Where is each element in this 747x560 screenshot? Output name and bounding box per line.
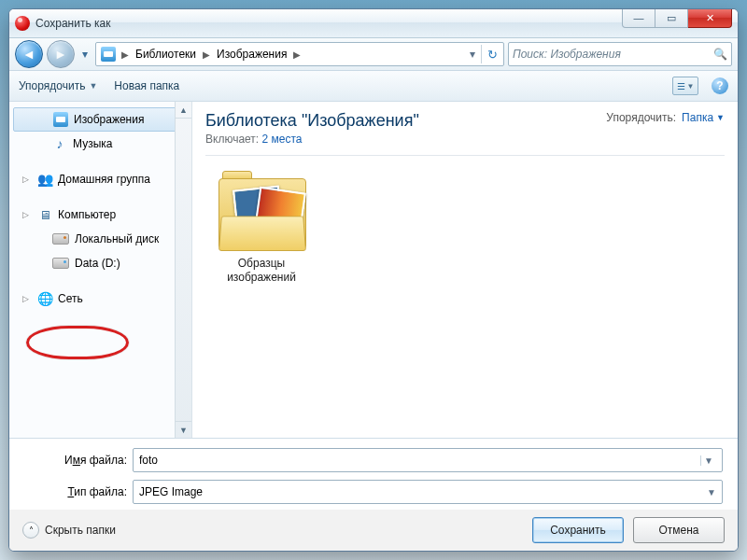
tree-item-label: Data (D:): [75, 257, 120, 270]
search-placeholder: Поиск: Изображения: [513, 48, 621, 61]
nav-history-dropdown[interactable]: ▾: [78, 41, 92, 67]
tree-item[interactable]: Data (D:): [13, 251, 191, 275]
chevron-right-icon[interactable]: ▶: [290, 49, 303, 60]
filetype-dropdown[interactable]: JPEG Image ▼: [133, 480, 723, 504]
tree-item[interactable]: Локальный диск: [13, 227, 191, 251]
expand-icon[interactable]: ▷: [22, 294, 29, 303]
filetype-label: Тип файла:: [24, 485, 127, 498]
refresh-icon[interactable]: ↻: [487, 48, 498, 62]
close-button[interactable]: ✕: [688, 8, 732, 28]
tree-item-label: Локальный диск: [75, 232, 159, 245]
tree-item[interactable]: ▷🌐Сеть: [13, 287, 191, 311]
maximize-button[interactable]: ▭: [655, 8, 688, 28]
filename-input[interactable]: foto ▼: [133, 448, 723, 472]
organize-button[interactable]: Упорядочить▼: [19, 79, 97, 92]
breadcrumb-dropdown-icon[interactable]: ▾: [470, 48, 475, 61]
tree-item[interactable]: Изображения: [13, 107, 191, 132]
save-button[interactable]: Сохранить: [532, 517, 624, 543]
minimize-button[interactable]: —: [622, 8, 655, 28]
tree-item-label: Изображения: [74, 113, 144, 126]
back-button[interactable]: ◄: [15, 40, 43, 68]
window-title: Сохранить как: [35, 17, 110, 30]
opera-icon: [15, 16, 30, 31]
folder-item[interactable]: Образцы изображений: [205, 169, 317, 285]
arrange-by-dropdown[interactable]: Папка▼: [682, 111, 725, 124]
library-includes: Включает: 2 места: [205, 133, 419, 146]
library-locations-link[interactable]: 2 места: [262, 133, 303, 146]
forward-button[interactable]: ►: [47, 40, 75, 68]
titlebar: Сохранить как — ▭ ✕: [9, 9, 738, 38]
scroll-up-icon[interactable]: ▲: [176, 102, 191, 119]
navigation-tree: Изображения♪Музыка▷👥Домашняя группа▷🖥Ком…: [9, 102, 192, 438]
library-title: Библиотека "Изображения": [205, 111, 419, 131]
toolbar: Упорядочить▼ Новая папка ☰▼ ?: [9, 71, 738, 102]
expand-icon[interactable]: ▷: [22, 210, 29, 219]
cancel-button[interactable]: Отмена: [633, 517, 725, 543]
hide-folders-button[interactable]: ˄ Скрыть папки: [22, 522, 116, 539]
dialog-body: Изображения♪Музыка▷👥Домашняя группа▷🖥Ком…: [9, 102, 738, 439]
arrange-by: Упорядочить: Папка▼: [606, 111, 725, 124]
chevron-right-icon[interactable]: ▶: [200, 49, 213, 60]
window-controls: — ▭ ✕: [622, 8, 732, 28]
filename-history-dropdown[interactable]: ▼: [700, 455, 716, 466]
filename-label: Имя файла:: [24, 454, 127, 467]
content-pane: Библиотека "Изображения" Включает: 2 мес…: [192, 102, 738, 438]
save-as-dialog: Сохранить как — ▭ ✕ ◄ ► ▾ ▶ Библиотеки ▶…: [8, 8, 739, 552]
folder-label: Образцы изображений: [205, 257, 317, 285]
tree-item[interactable]: ▷👥Домашняя группа: [13, 167, 191, 191]
tree-item[interactable]: ♪Музыка: [13, 132, 191, 156]
chevron-down-icon: ▼: [707, 487, 716, 497]
tree-item-label: Сеть: [58, 292, 83, 305]
navbar: ◄ ► ▾ ▶ Библиотеки ▶ Изображения ▶ ▾ ↻ П: [9, 38, 738, 71]
breadcrumb[interactable]: ▶ Библиотеки ▶ Изображения ▶ ▾ ↻: [95, 42, 504, 66]
tree-item-label: Музыка: [73, 137, 112, 150]
breadcrumb-pictures[interactable]: Изображения: [213, 43, 290, 65]
file-fields: Имя файла: foto ▼ Тип файла: JPEG Image …: [9, 439, 738, 510]
new-folder-button[interactable]: Новая папка: [114, 79, 179, 92]
tree-item-label: Компьютер: [58, 208, 116, 221]
chevron-right-icon[interactable]: ▶: [119, 49, 132, 60]
search-input[interactable]: Поиск: Изображения 🔍: [508, 42, 732, 66]
libraries-icon: [98, 45, 119, 63]
annotation-circle: [26, 326, 129, 359]
divider: [205, 155, 725, 156]
help-button[interactable]: ?: [712, 77, 728, 94]
sidebar-scrollbar[interactable]: ▲ ▼: [175, 102, 191, 438]
chevron-down-icon: ▼: [716, 113, 725, 122]
chevron-down-icon: ▼: [89, 81, 97, 91]
breadcrumb-libraries[interactable]: Библиотеки: [132, 43, 200, 65]
folder-icon: [215, 169, 308, 253]
tree-item[interactable]: ▷🖥Компьютер: [13, 203, 191, 227]
expand-icon[interactable]: ▷: [22, 175, 29, 184]
search-icon: 🔍: [713, 48, 727, 61]
chevron-up-icon: ˄: [22, 522, 39, 539]
tree-item-label: Домашняя группа: [58, 173, 150, 186]
dialog-footer: ˄ Скрыть папки Сохранить Отмена: [9, 510, 738, 551]
scroll-down-icon[interactable]: ▼: [176, 421, 191, 438]
view-options-button[interactable]: ☰▼: [672, 77, 698, 95]
